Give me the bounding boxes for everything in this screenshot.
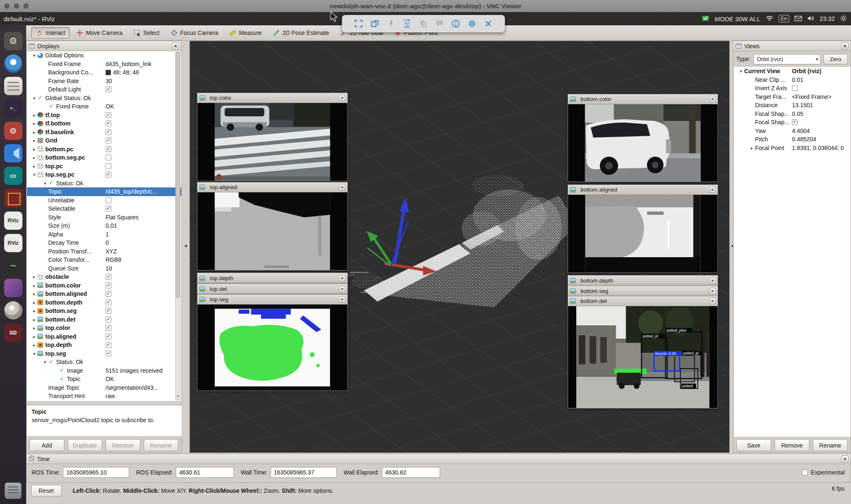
collapse-arrow-icon[interactable]: ▾ (31, 172, 37, 177)
tree-row-focal-shap[interactable]: Focal Shap...0.05 (734, 110, 851, 118)
collapse-arrow-icon[interactable]: ▾ (738, 69, 744, 74)
dock-item-trash[interactable] (5, 482, 22, 499)
close-icon[interactable] (339, 286, 345, 292)
row-value[interactable]: /segmentation/d43... (106, 384, 158, 391)
tree-row-fixed-frame[interactable]: Fixed FrameOK (27, 102, 181, 111)
row-value[interactable]: 0.485204 (792, 136, 816, 143)
tree-row-tf-bottom[interactable]: ▸tf.bottom (27, 119, 181, 128)
image-panel-top-color[interactable]: top.color (197, 93, 348, 181)
info-icon[interactable] (451, 19, 461, 29)
image-panel-titlebar[interactable]: bottom.seg (568, 286, 718, 296)
field-input[interactable] (176, 467, 234, 478)
checkbox[interactable] (106, 325, 111, 331)
pin-icon[interactable] (386, 19, 396, 29)
rename-button[interactable]: Rename (144, 439, 179, 451)
row-value[interactable]: OK (106, 376, 114, 382)
remove-view-button[interactable]: Remove (775, 439, 809, 451)
expand-arrow-icon[interactable]: ▸ (749, 145, 755, 150)
expand-arrow-icon[interactable]: ▸ (31, 164, 37, 169)
tree-row-frame-rate[interactable]: Frame Rate30 (27, 77, 181, 86)
row-value[interactable]: <Fixed Frame> (792, 93, 831, 100)
expand-arrow-icon[interactable]: ▸ (31, 317, 37, 322)
row-value[interactable]: Flat Squares (106, 214, 138, 221)
image-panel-titlebar[interactable]: top.depth (197, 273, 347, 283)
chat-icon[interactable] (435, 19, 445, 29)
image-panel-titlebar[interactable]: bottom.color (568, 94, 718, 104)
image-panel-bottom-aligned[interactable]: bottom.aligned (568, 184, 718, 273)
tree-row-topic[interactable]: Topic/d435_top/depth/c... (27, 187, 181, 196)
expand-arrow-icon[interactable]: ▸ (31, 325, 37, 330)
tree-row-bottom-seg-pc[interactable]: ▸bottom.seg.pc (27, 153, 181, 162)
tree-row-top-seg-pc[interactable]: ▾top.seg.pc (27, 170, 181, 179)
close-icon[interactable] (339, 95, 345, 101)
expand-arrow-icon[interactable]: ▸ (31, 138, 37, 143)
image-panel-top-depth[interactable]: top.depth (197, 273, 348, 283)
views-panel-header[interactable]: Views (733, 41, 851, 51)
tree-row-pitch[interactable]: Pitch0.485204 (734, 135, 851, 144)
file-transfer-icon[interactable] (418, 19, 428, 29)
brightness-icon[interactable] (840, 15, 847, 23)
tree-row-position-transf[interactable]: Position Transf...XYZ (27, 247, 181, 256)
row-value[interactable]: 0.01 (106, 222, 117, 229)
expand-arrow-icon[interactable]: ▸ (31, 155, 37, 160)
tree-row-focal-point[interactable]: ▸Focal Point1.8391; 0.036044; 0 (734, 144, 851, 152)
tree-row-tf-top[interactable]: ▸tf.top (27, 111, 181, 120)
tree-row-style[interactable]: StyleFlat Squares (27, 213, 181, 222)
close-icon[interactable] (709, 96, 716, 102)
reset-button[interactable]: Reset (31, 485, 61, 497)
collapse-arrow-icon[interactable]: ▾ (31, 53, 37, 58)
tool-interact[interactable]: Interact (31, 27, 70, 39)
tree-row-status-ok[interactable]: ▾Status: Ok (27, 358, 181, 366)
field-input[interactable] (382, 467, 440, 478)
image-panel-top-aligned[interactable]: top.aligned (197, 182, 348, 270)
row-value[interactable]: 0.05 (792, 111, 803, 117)
view-type-dropdown[interactable]: Orbit (rviz) (753, 54, 821, 64)
checkbox[interactable] (792, 85, 798, 91)
checkbox[interactable] (106, 138, 111, 143)
tree-row-near-clip[interactable]: Near Clip ...0.01 (734, 76, 851, 84)
checkbox[interactable] (106, 317, 111, 322)
close-icon[interactable] (709, 278, 716, 284)
image-panel-titlebar[interactable]: bottom.depth (568, 275, 718, 285)
tree-row-transport-hint[interactable]: Transport Hintraw (27, 392, 181, 401)
close-icon[interactable] (339, 296, 345, 302)
volume-icon[interactable] (807, 15, 814, 22)
close-icon[interactable] (841, 42, 849, 49)
image-panel-top-det[interactable]: top.det (197, 283, 348, 294)
remove-button[interactable]: Remove (106, 439, 140, 451)
row-value[interactable]: RGB8 (106, 256, 121, 263)
collapse-arrow-icon[interactable]: ▾ (31, 96, 37, 101)
expand-arrow-icon[interactable]: ▸ (31, 147, 37, 152)
scroll-down-icon[interactable] (176, 394, 180, 400)
tree-row-bottom-seg[interactable]: ▸bottom.seg (27, 307, 181, 315)
checkbox[interactable] (106, 274, 111, 280)
tree-row-tf-baselink[interactable]: ▸tf.baselink (27, 128, 181, 137)
tree-row-image-topic[interactable]: Image Topic/segmentation/d43... (27, 384, 181, 392)
dock-item-rviz-alt[interactable]: RViz (4, 234, 22, 252)
checkbox[interactable] (106, 206, 111, 211)
tree-row-status-ok[interactable]: ▾Status: Ok (27, 179, 181, 188)
checkbox[interactable] (106, 300, 111, 305)
clock[interactable]: 23:32 (820, 15, 835, 22)
tree-row-obstacle[interactable]: ▸obstacle (27, 273, 181, 281)
dock-item-board[interactable] (4, 189, 22, 207)
expand-arrow-icon[interactable]: ▸ (31, 334, 37, 339)
expand-arrow-icon[interactable]: ▸ (31, 283, 37, 288)
checkbox[interactable] (106, 172, 111, 177)
collapse-arrow-icon[interactable]: ▾ (42, 359, 48, 364)
tree-row-bottom-depth[interactable]: ▸bottom.depth (27, 298, 181, 307)
close-icon[interactable] (339, 184, 345, 190)
tool-focus-camera[interactable]: Focus Camera (166, 27, 223, 39)
rename-view-button[interactable]: Rename (813, 439, 848, 451)
checkbox[interactable] (106, 155, 111, 160)
tree-row-yaw[interactable]: Yaw4.4004 (734, 127, 851, 135)
tool-move-camera[interactable]: Move Camera (71, 27, 127, 39)
field-input[interactable] (63, 467, 129, 478)
panel-collapse-handle-left[interactable] (182, 240, 189, 251)
tree-row-focal-shap[interactable]: Focal Shap... (734, 118, 851, 127)
checkbox[interactable] (106, 120, 111, 126)
row-value[interactable]: /d435_top/depth/c... (106, 188, 157, 195)
mail-icon[interactable] (794, 15, 802, 22)
dock-item-tool-red[interactable]: ⚙ (4, 122, 22, 140)
image-panel-bottom-color[interactable]: bottom.color (568, 94, 718, 182)
